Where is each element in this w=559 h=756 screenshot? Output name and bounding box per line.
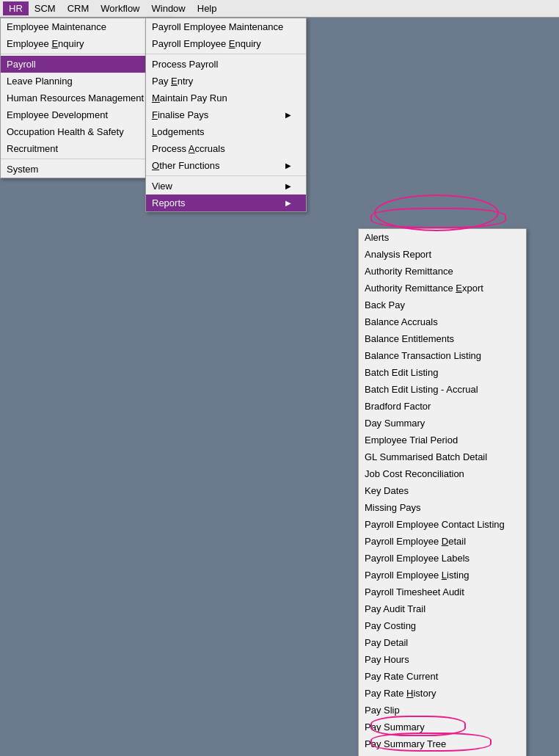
menu-item-lodgements[interactable]: Lodgements [146, 123, 306, 140]
menu-item-process-payroll[interactable]: Process Payroll [146, 56, 306, 73]
menu-scm[interactable]: SCM [29, 1, 62, 15]
payroll-dropdown: Payroll Employee Maintenance Payroll Emp… [145, 18, 307, 212]
arrow-icon: ▶ [285, 199, 291, 207]
reports-dropdown: Alerts Analysis Report Authority Remitta… [358, 228, 527, 756]
menu-item-pay-summary[interactable]: Pay Summary [359, 719, 526, 735]
circle-authority-remittance [370, 208, 506, 228]
circle-analysis-report [374, 195, 499, 231]
separator-3 [146, 54, 306, 54]
menu-item-analysis-report[interactable]: Analysis Report [359, 246, 526, 263]
menu-item-balance-entitlements[interactable]: Balance Entitlements [359, 330, 526, 347]
menu-item-key-dates[interactable]: Key Dates [359, 482, 526, 499]
menu-window[interactable]: Window [146, 1, 191, 15]
menu-item-payroll-timesheet[interactable]: Payroll Timesheet Audit [359, 584, 526, 600]
menu-item-pay-costing[interactable]: Pay Costing [359, 617, 526, 634]
menu-item-alerts[interactable]: Alerts [359, 229, 526, 246]
menu-item-pee[interactable]: Payroll Employee Enquiry [146, 35, 306, 52]
menu-item-finalise-pays[interactable]: Finalise Pays ▶ [146, 106, 306, 123]
menu-item-pay-rate-current[interactable]: Pay Rate Current [359, 668, 526, 685]
menu-bar: HR SCM CRM Workflow Window Help [0, 0, 559, 18]
menu-item-reports[interactable]: Reports ▶ [146, 195, 306, 211]
menu-item-job-cost[interactable]: Job Cost Reconciliation [359, 465, 526, 482]
menu-item-gl-summarised[interactable]: GL Summarised Batch Detail [359, 448, 526, 465]
menu-item-pay-audit[interactable]: Pay Audit Trail [359, 600, 526, 617]
menu-item-balance-accruals[interactable]: Balance Accruals [359, 313, 526, 330]
menu-item-batch-edit[interactable]: Batch Edit Listing [359, 364, 526, 381]
menu-item-payroll-emp-contact[interactable]: Payroll Employee Contact Listing [359, 516, 526, 533]
arrow-icon: ▶ [285, 182, 291, 190]
menu-item-emp-trial[interactable]: Employee Trial Period [359, 432, 526, 448]
menu-item-process-accruals[interactable]: Process Accruals [146, 140, 306, 157]
menu-item-pay-rate-history[interactable]: Pay Rate History [359, 685, 526, 702]
arrow-icon: ▶ [285, 111, 291, 119]
menu-item-pay-hours[interactable]: Pay Hours [359, 651, 526, 668]
menu-help[interactable]: Help [191, 1, 223, 15]
menu-item-reconciliation[interactable]: Reconciliation by Payment Date [359, 752, 526, 756]
menu-item-authority-remittance[interactable]: Authority Remittance [359, 263, 526, 280]
menu-item-pay-entry[interactable]: Pay Entry [146, 73, 306, 90]
menu-item-view[interactable]: View ▶ [146, 178, 306, 195]
menu-item-bradford-factor[interactable]: Bradford Factor [359, 398, 526, 415]
menu-item-pay-detail[interactable]: Pay Detail [359, 634, 526, 651]
menu-item-payroll-emp-listing[interactable]: Payroll Employee Listing [359, 567, 526, 584]
menu-item-batch-edit-accrual[interactable]: Batch Edit Listing - Accrual [359, 381, 526, 398]
menu-hr[interactable]: HR [3, 1, 29, 15]
menu-item-pay-summary-tree[interactable]: Pay Summary Tree [359, 735, 526, 752]
menu-item-auth-rem-export[interactable]: Authority Remittance Export [359, 280, 526, 297]
arrow-icon: ▶ [285, 161, 291, 170]
menu-item-payroll-emp-detail[interactable]: Payroll Employee Detail [359, 533, 526, 550]
menu-item-back-pay[interactable]: Back Pay [359, 297, 526, 313]
menu-workflow[interactable]: Workflow [95, 1, 145, 15]
menu-item-balance-transaction[interactable]: Balance Transaction Listing [359, 347, 526, 364]
menu-item-pay-slip[interactable]: Pay Slip [359, 702, 526, 719]
menu-crm[interactable]: CRM [62, 1, 95, 15]
menu-item-payroll-emp-labels[interactable]: Payroll Employee Labels [359, 550, 526, 567]
separator-4 [146, 175, 306, 176]
menu-item-other-functions[interactable]: Other Functions ▶ [146, 157, 306, 174]
menu-item-pem[interactable]: Payroll Employee Maintenance [146, 18, 306, 35]
menu-item-missing-pays[interactable]: Missing Pays [359, 499, 526, 516]
menu-item-maintain-pay-run[interactable]: Maintain Pay Run [146, 90, 306, 106]
menu-item-day-summary[interactable]: Day Summary [359, 415, 526, 432]
